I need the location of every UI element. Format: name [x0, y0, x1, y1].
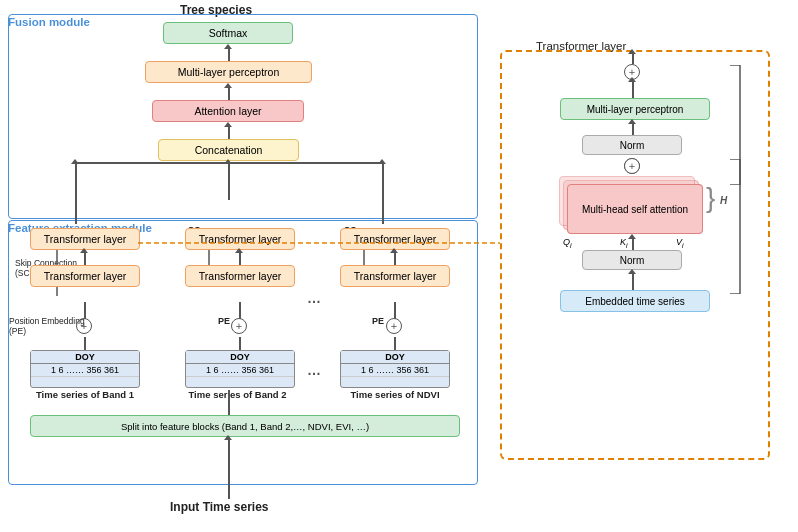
- arrow-col2-concat: [228, 162, 230, 200]
- doy-table-col3: DOY 1 6 …… 356 361: [340, 350, 450, 388]
- k-label: Ki: [620, 237, 628, 249]
- arrow-doy-pe-col2: [239, 337, 241, 351]
- doy-row-col2: 1 6 …… 356 361: [186, 364, 294, 377]
- arrow-col3-h: [228, 162, 382, 164]
- ellipsis-cols: …: [307, 290, 321, 306]
- arrow-input-label: [228, 457, 230, 499]
- dashed-connector: [138, 233, 508, 273]
- band1-label: Time series of Band 1: [25, 389, 145, 400]
- arrow-attn-mlp: [228, 86, 230, 100]
- arrow-norm-mlp: [632, 122, 634, 136]
- h-bracket: }: [706, 184, 715, 212]
- plus-bot-right: +: [624, 158, 640, 174]
- transformer-detail-label: Transformer layer: [536, 40, 626, 52]
- ellipsis-doy: …: [307, 362, 321, 378]
- band2-label: Time series of Band 2: [175, 389, 300, 400]
- norm1-right: Norm: [582, 135, 682, 155]
- pe-circle-col2: +: [231, 318, 247, 334]
- arrow-col1-concat: [75, 162, 77, 224]
- doy-header-col1: DOY: [31, 351, 139, 364]
- mlp-right: Multi-layer perceptron: [560, 98, 710, 120]
- split-box: Split into feature blocks (Band 1, Band …: [30, 415, 460, 437]
- arrow-mlp-softmax: [228, 47, 230, 61]
- skip-right-bot: [730, 159, 755, 294]
- main-container: Tree species Fusion module Feature extra…: [0, 0, 798, 532]
- concatenation-box: Concatenation: [158, 139, 299, 161]
- arrow-plus-mlp-right: [632, 80, 634, 98]
- norm2-right: Norm: [582, 250, 682, 270]
- softmax-box: Softmax: [163, 22, 293, 44]
- arrow-input-up: [228, 438, 230, 458]
- arrow-concat-attn: [228, 125, 230, 139]
- arrow-embedded-norm2: [632, 272, 634, 290]
- pe-label-col2: PE: [218, 316, 230, 326]
- arrow-split-up: [228, 390, 230, 415]
- doy-table-col1: DOY 1 6 …… 356 361: [30, 350, 140, 388]
- doy-table-col2: DOY 1 6 …… 356 361: [185, 350, 295, 388]
- h-label: H: [720, 195, 727, 206]
- ndvi-label: Time series of NDVI: [330, 389, 460, 400]
- q-label: Qi: [563, 237, 572, 249]
- pe-label-col3: PE: [372, 316, 384, 326]
- doy-row-col3: 1 6 …… 356 361: [341, 364, 449, 377]
- arrow-doy-pe-col3: [394, 337, 396, 351]
- arrow-norm2-mhsa: [632, 237, 634, 251]
- input-label: Input Time series: [170, 500, 268, 514]
- fusion-label: Fusion module: [8, 16, 90, 28]
- doy-header-col3: DOY: [341, 351, 449, 364]
- attention-box: Attention layer: [152, 100, 304, 122]
- arrow-col3-concat: [382, 162, 384, 224]
- transformer-bot-col1: Transformer layer: [30, 265, 140, 287]
- arrow-col1-h: [75, 162, 228, 164]
- v-label: Vi: [676, 237, 684, 249]
- embedded-box: Embedded time series: [560, 290, 710, 312]
- pe-circle-col3: +: [386, 318, 402, 334]
- mhsa-main: Multi-head self attention: [567, 184, 703, 234]
- position-embedding-label: Position Embedding (PE): [9, 316, 85, 336]
- arrow-doy-pe-col1: [84, 337, 86, 351]
- arrow-trans-col1: [84, 251, 86, 265]
- transformer-top-col1: Transformer layer: [30, 228, 140, 250]
- mlp-box: Multi-layer perceptron: [145, 61, 312, 83]
- doy-row-col1: 1 6 …… 356 361: [31, 364, 139, 377]
- doy-header-col2: DOY: [186, 351, 294, 364]
